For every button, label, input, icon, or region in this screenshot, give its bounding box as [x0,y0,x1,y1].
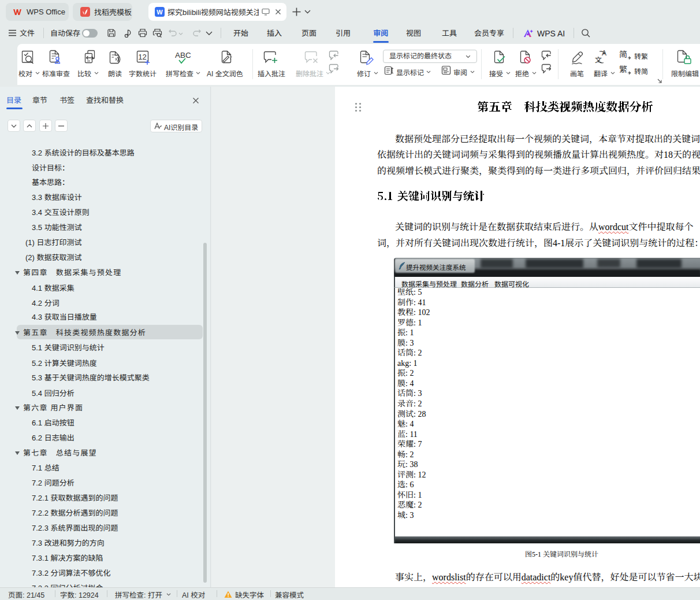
svg-text:简: 简 [619,49,627,60]
svg-text:12: 12 [138,53,146,61]
svg-text:ABC: ABC [175,51,191,60]
svg-text:繁: 繁 [619,64,627,75]
svg-text:A: A [602,50,606,57]
svg-text:W: W [157,9,163,16]
